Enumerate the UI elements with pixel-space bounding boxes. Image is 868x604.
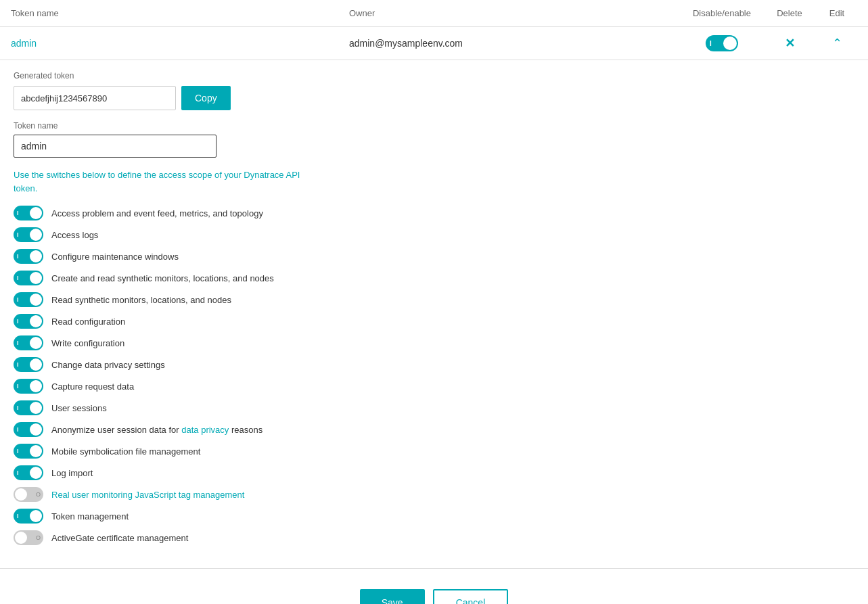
scope-toggle-1[interactable]: I xyxy=(14,206,43,220)
scope-label-11: Anonymize user session data for data pri… xyxy=(51,425,262,435)
scope-description: Use the switches below to define the acc… xyxy=(14,168,311,195)
scope-item: O ActiveGate certificate management xyxy=(14,530,854,545)
scope-item: I Log import xyxy=(14,465,854,480)
scope-item: I Read configuration xyxy=(14,314,854,329)
toggle-i-label: I xyxy=(710,40,712,47)
scope-toggle-11[interactable]: I xyxy=(14,422,43,437)
token-name-label: Token name xyxy=(14,121,854,131)
scope-toggle-4[interactable]: I xyxy=(14,271,43,285)
scope-label-7: Write configuration xyxy=(51,338,124,348)
delete-button[interactable]: ✕ xyxy=(785,36,795,51)
scope-label-4: Create and read synthetic monitors, loca… xyxy=(51,273,274,283)
header-edit: Edit xyxy=(817,8,857,18)
scope-toggle-2[interactable]: I xyxy=(14,227,43,242)
header-delete: Delete xyxy=(762,8,817,18)
token-owner-cell: admin@mysampleenv.com xyxy=(349,38,681,49)
scope-item: I Token management xyxy=(14,509,854,524)
scope-label-14: Real user monitoring JavaScript tag mana… xyxy=(51,490,244,500)
scope-label-13: Log import xyxy=(51,468,93,478)
scope-toggle-15[interactable]: I xyxy=(14,509,43,524)
scope-item: I Create and read synthetic monitors, lo… xyxy=(14,271,854,285)
scope-item: I Read synthetic monitors, locations, an… xyxy=(14,292,854,307)
scope-item: I Mobile symbolication file management xyxy=(14,444,854,459)
token-name-input[interactable] xyxy=(14,135,216,158)
scope-label-3: Configure maintenance windows xyxy=(51,252,179,262)
table-header: Token name Owner Disable/enable Delete E… xyxy=(0,0,868,27)
header-token-name: Token name xyxy=(11,8,349,18)
disable-enable-toggle[interactable]: I xyxy=(706,35,738,51)
generated-token-label: Generated token xyxy=(14,71,854,80)
scope-label-2: Access logs xyxy=(51,230,98,240)
scope-item: I Change data privacy settings xyxy=(14,357,854,372)
header-disable-enable: Disable/enable xyxy=(681,8,762,18)
scope-label-15: Token management xyxy=(51,511,129,521)
data-privacy-link[interactable]: data privacy xyxy=(181,425,229,435)
footer-buttons: Save Cancel xyxy=(0,569,868,604)
token-name-cell: admin xyxy=(11,38,349,49)
scope-toggle-16[interactable]: O xyxy=(14,530,43,545)
rum-link[interactable]: Real user monitoring JavaScript tag mana… xyxy=(51,490,244,500)
scope-toggle-6[interactable]: I xyxy=(14,314,43,329)
scope-label-8: Change data privacy settings xyxy=(51,360,165,370)
scope-toggle-9[interactable]: I xyxy=(14,379,43,394)
token-row: admin admin@mysampleenv.com I ✕ ⌃ xyxy=(0,27,868,60)
scope-label-10: User sessions xyxy=(51,403,107,413)
scope-item: I User sessions xyxy=(14,400,854,415)
scope-toggle-5[interactable]: I xyxy=(14,292,43,307)
token-input-row: Copy xyxy=(14,86,854,110)
expanded-panel: Generated token Copy Token name Use the … xyxy=(0,60,868,569)
scope-item: I Capture request data xyxy=(14,379,854,394)
scope-item: O Real user monitoring JavaScript tag ma… xyxy=(14,487,854,502)
scope-label-6: Read configuration xyxy=(51,317,125,327)
header-owner: Owner xyxy=(349,8,681,18)
scope-label-5: Read synthetic monitors, locations, and … xyxy=(51,295,231,305)
scope-item: I Write configuration xyxy=(14,335,854,350)
delete-cell[interactable]: ✕ xyxy=(762,36,817,51)
scope-item: I Anonymize user session data for data p… xyxy=(14,422,854,437)
scope-item: I Configure maintenance windows xyxy=(14,249,854,264)
scope-toggle-3[interactable]: I xyxy=(14,249,43,264)
scope-label-12: Mobile symbolication file management xyxy=(51,446,200,457)
toggle-knob xyxy=(723,37,737,50)
scope-toggle-10[interactable]: I xyxy=(14,400,43,415)
copy-button[interactable]: Copy xyxy=(181,86,231,110)
scope-toggle-14[interactable]: O xyxy=(14,487,43,502)
scope-toggle-8[interactable]: I xyxy=(14,357,43,372)
scope-label-16: ActiveGate certificate management xyxy=(51,533,188,543)
scope-label-1: Access problem and event feed, metrics, … xyxy=(51,208,263,218)
scope-toggle-13[interactable]: I xyxy=(14,465,43,480)
scope-label-9: Capture request data xyxy=(51,381,134,392)
scope-item: I Access problem and event feed, metrics… xyxy=(14,206,854,220)
scope-toggle-12[interactable]: I xyxy=(14,444,43,459)
collapse-button[interactable]: ⌃ xyxy=(832,36,842,51)
edit-cell[interactable]: ⌃ xyxy=(817,36,857,51)
generated-token-input[interactable] xyxy=(14,86,176,110)
cancel-button[interactable]: Cancel xyxy=(433,589,509,604)
scope-item: I Access logs xyxy=(14,227,854,242)
save-button[interactable]: Save xyxy=(360,589,425,604)
scope-toggle-7[interactable]: I xyxy=(14,335,43,350)
disable-enable-cell[interactable]: I xyxy=(681,35,762,51)
